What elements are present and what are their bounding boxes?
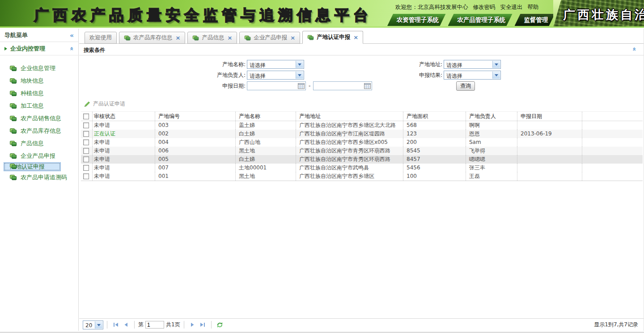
sidebar-item[interactable]: 产品信息 [4,137,74,150]
header-link[interactable]: 安全退出 [500,4,523,11]
row-checkbox[interactable] [83,165,89,171]
system-tab[interactable]: 农产品管理子系统 [448,14,513,26]
table-row: 未申请005白土娣广西壮族自治区南宁市青秀区环葫西路8457嗯嗯嗯 [81,155,643,164]
close-icon[interactable]: × [227,34,232,41]
cell-status: 未申请 [93,172,155,181]
header-photo: 广西壮族自治区 [553,0,644,28]
header-wedge [553,0,562,28]
close-icon[interactable]: × [290,34,295,41]
chevron-down-icon[interactable] [296,61,303,68]
collapse-sidebar-icon[interactable]: « [70,32,74,39]
content-tab[interactable]: 产品信息× [187,32,237,44]
row-checkbox[interactable] [83,131,89,137]
sidebar-item-label: 企业信息管理 [21,64,55,72]
sidebar-item-label: 农产品销售信息 [21,114,61,122]
refresh-button[interactable] [215,320,225,329]
table-row: 未申请004广西山地广西壮族自治区南宁市西乡塘区x005200Sam [81,138,643,147]
row-checkbox-cell [81,147,93,155]
content-tab[interactable]: 欢迎使用 [85,32,117,44]
sidebar-item-label: 农产品库存信息 [21,127,61,135]
last-page-icon [200,322,205,327]
select-place-name[interactable]: 请选择 [247,60,304,69]
sidebar-item[interactable]: 农产品申请追溯码 [4,171,74,184]
pager-next-button[interactable] [188,320,198,329]
column-header[interactable]: 产地面积 [403,112,466,121]
date-to-input[interactable] [313,81,372,90]
cell-area: 5456 [403,164,466,172]
tab-icon [193,35,199,41]
chevron-down-icon[interactable] [492,61,500,68]
header-link[interactable]: 修改密码 [473,4,496,11]
tab-label: 产地认证申报 [317,34,350,41]
sidebar-item[interactable]: 企业产品申报 [4,150,74,162]
date-separator: - [309,83,310,89]
header-links: 欢迎您：北京高科技发展中心 修改密码安全退出帮助 [395,4,539,11]
cell-name: 白土娣 [236,155,296,164]
menu-item-icon [10,103,17,109]
column-header[interactable]: 审核状态 [93,112,155,121]
row-checkbox[interactable] [83,139,89,145]
cell-code: 007 [155,164,236,172]
system-tab[interactable]: 农资管理子系统 [387,14,446,26]
sidebar-item[interactable]: 企业信息管理 [4,62,74,75]
page: 广西农产品质量安全监管与追溯信息平台 欢迎您：北京高科技发展中心 修改密码安全退… [0,0,644,333]
page-number-input[interactable] [145,321,164,329]
cell-filler [582,130,643,138]
sidebar-item[interactable]: 农产品销售信息 [4,112,74,125]
column-header[interactable]: 申报日期 [517,112,582,121]
row-checkbox[interactable] [83,148,89,154]
search-title: 搜索条件 [84,47,105,53]
sidebar-section-header[interactable]: 企业内控管理 « [0,42,78,55]
pager-first-button[interactable] [111,320,121,329]
calendar-icon[interactable] [364,83,371,89]
select-report-result[interactable]: 请选择 [444,71,501,80]
menu-item-icon [10,78,17,84]
product-cert-apply-button[interactable]: 产品认证申请 [84,100,125,108]
pencil-icon [84,101,90,107]
row-checkbox[interactable] [83,173,89,179]
chevron-down-icon[interactable] [492,72,500,79]
row-checkbox-cell [81,130,93,138]
content-tab[interactable]: 农产品库存信息× [119,32,185,44]
cell-name: 黑土地 [236,172,296,181]
pager-prev-button[interactable] [121,320,131,329]
menu-item-icon [10,90,17,97]
sidebar-item[interactable]: 种植信息 [4,87,74,100]
query-button[interactable]: 查询 [456,81,475,91]
cell-date [517,164,582,172]
content-tab[interactable]: 产地认证申报× [302,31,363,44]
close-icon[interactable]: × [353,34,358,41]
content-tab[interactable]: 企业产品申报× [239,32,300,44]
main: 欢迎使用农产品库存信息×产品信息×企业产品申报×产地认证申报× 搜索条件 « 产… [79,29,644,331]
chevron-down-icon[interactable] [95,321,102,329]
column-header[interactable]: 产地地址 [296,112,403,121]
select-all-checkbox[interactable] [83,114,89,119]
chevron-down-icon[interactable] [296,72,303,79]
system-tab[interactable]: 监督管理 [515,14,555,26]
toolbar-title: 产品认证申请 [93,100,125,108]
search-collapse-icon[interactable]: « [631,47,638,51]
pager-last-button[interactable] [198,320,208,329]
sidebar-item[interactable]: 加工信息 [4,100,74,112]
sidebar-item[interactable]: 地块信息 [4,75,74,87]
date-from-input[interactable] [247,81,306,90]
cell-code: 004 [155,138,236,147]
column-header[interactable]: 产地名称 [236,112,296,121]
sidebar-item[interactable]: 农产品库存信息 [4,125,74,137]
sidebar-item[interactable]: 产地认证申报 [4,162,61,171]
row-checkbox[interactable] [83,122,89,128]
select-place-manager[interactable]: 请选择 [247,71,304,80]
calendar-icon[interactable] [298,83,305,89]
column-header[interactable]: 产地编号 [155,112,236,121]
section-collapse-icon[interactable]: « [68,46,75,51]
header-link[interactable]: 帮助 [528,4,539,11]
close-icon[interactable]: × [176,34,181,41]
page-size-select[interactable]: 20 [83,320,103,329]
sidebar-item-label: 加工信息 [21,102,44,110]
cell-manager: 嗯嗯嗯 [466,155,517,164]
cell-address: 广西壮族自治区南宁市西乡塘区x005 [296,138,403,147]
cell-code: 001 [155,172,236,181]
select-place-address[interactable]: 请选择 [444,60,501,69]
column-header[interactable]: 产地负责人 [466,112,517,121]
row-checkbox[interactable] [83,156,89,162]
